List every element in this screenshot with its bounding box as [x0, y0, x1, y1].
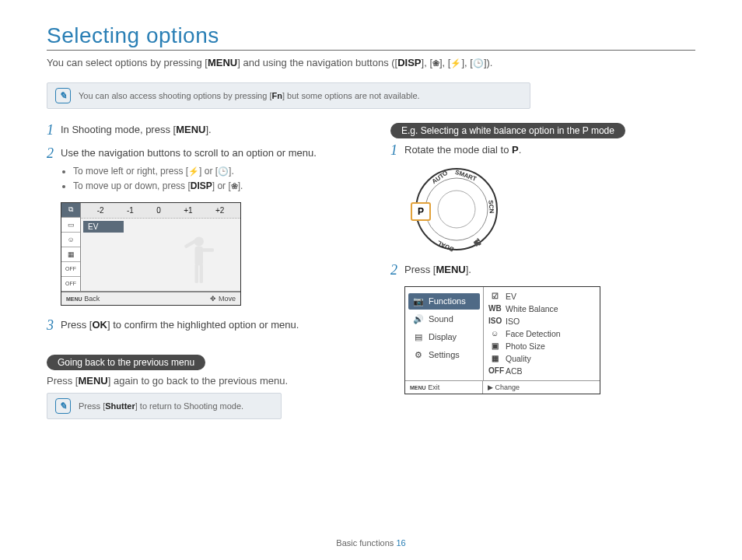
tip-shutter: ✎ Press [Shutter] to return to Shooting …	[47, 393, 282, 419]
menu-item-settings: ⚙Settings	[408, 347, 480, 363]
option-quality: ▦Quality	[484, 352, 600, 365]
rs1-post: .	[519, 144, 522, 156]
s2a-mid: ] or [	[199, 166, 218, 177]
footer-page: 16	[396, 538, 405, 548]
scale-p1: +1	[184, 206, 192, 215]
menu-item-sound: 🔊Sound	[408, 311, 480, 327]
rs1-pre: Rotate the mode dial to	[404, 144, 512, 156]
s2b-mid: ] or [	[212, 180, 231, 191]
s2-text: Use the navigation buttons to scroll to …	[61, 147, 317, 159]
menu-exit-glyph: MENU	[410, 385, 426, 390]
lcd-side-3: ☺	[61, 233, 80, 247]
going-pre: Press [	[47, 375, 78, 387]
rs2-menu: MENU	[436, 264, 465, 275]
menu-screen: 📷Functions🔊Sound▤Display⚙Settings ☑EVWBW…	[404, 286, 600, 394]
lcd-menu-glyph: MENU	[66, 296, 82, 302]
step-num-2: 2	[47, 146, 61, 194]
step-num-1: 1	[47, 123, 61, 138]
right-column: E.g. Selecting a white balance option in…	[390, 123, 695, 419]
intro-sep3: ], [	[461, 57, 472, 68]
move-icon: ✥	[210, 295, 216, 303]
camera-lcd: ⧉ ▭ ☺ ▦ OFF OFF -2 -1 0 +1 +2 EV	[61, 202, 241, 306]
tip1-post: ] but some options are not available.	[282, 91, 420, 100]
lcd-back: Back	[84, 295, 100, 303]
sub-ud: To move up or down, press [DISP] or [❀].	[73, 180, 352, 193]
option-icon: OFF	[488, 366, 501, 375]
sound-icon: 🔊	[413, 314, 424, 324]
going-menu: MENU	[78, 375, 107, 387]
flash-icon-small: ⚡	[188, 166, 199, 177]
s3-post: ] to confirm the highlighted option or m…	[107, 319, 299, 331]
intro-post: ]).	[484, 57, 493, 68]
s3-pre: Press [	[61, 319, 92, 331]
s3-ok: OK	[92, 319, 107, 331]
svg-rect-3	[201, 248, 214, 251]
s1-pre: In Shooting mode, press [	[61, 124, 176, 135]
mode-dial: AUTO SMART SCN 🎥 DUAL P	[414, 166, 499, 252]
option-label: ACB	[506, 366, 523, 376]
intro-mid: ] and using the navigation buttons ([	[237, 57, 397, 68]
macro-icon-small: ❀	[231, 180, 238, 192]
disp-glyph: DISP	[397, 57, 421, 68]
s2b-post: ].	[238, 180, 243, 191]
mode-p-highlight: P	[411, 202, 431, 221]
intro-sep1: ], [	[422, 57, 432, 68]
lcd-main: -2 -1 0 +1 +2 EV	[81, 203, 240, 291]
intro-sep2: ], [	[439, 57, 450, 68]
going-post: ] again to go back to the previous menu.	[108, 375, 288, 387]
s2a-post: ].	[229, 166, 234, 177]
flash-icon: ⚡	[450, 58, 461, 68]
settings-icon: ⚙	[413, 350, 424, 360]
intro-text: You can select options by pressing [MENU…	[47, 57, 695, 68]
option-label: Quality	[506, 354, 531, 363]
info-icon-2: ✎	[55, 398, 71, 414]
r-step-1: 1 Rotate the mode dial to P.	[390, 143, 695, 159]
s2b-disp: DISP	[191, 180, 212, 191]
lcd-sidebar: ⧉ ▭ ☺ ▦ OFF OFF	[61, 203, 81, 291]
lcd-side-6: OFF	[61, 277, 80, 291]
page-footer: Basic functions 16	[0, 538, 742, 548]
footer-section: Basic functions	[336, 538, 394, 548]
going-back-heading: Going back to the previous menu	[47, 355, 205, 370]
option-label: EV	[506, 292, 516, 301]
page-title: Selecting options	[47, 23, 695, 48]
menu-change-glyph: ▶	[488, 383, 493, 391]
intro-pre: You can select options by pressing [	[47, 57, 208, 68]
tip-fn: ✎ You can also access shooting options b…	[47, 82, 530, 109]
option-ev: ☑EV	[484, 290, 600, 303]
macro-icon: ❀	[432, 58, 439, 68]
ev-label: EV	[83, 221, 124, 233]
info-icon: ✎	[55, 88, 71, 103]
option-label: White Balance	[506, 304, 558, 313]
lcd-side-2: ▭	[61, 218, 80, 233]
option-acb: OFFACB	[484, 365, 600, 377]
menu-item-label: Functions	[429, 296, 466, 306]
menu-right-pane: ☑EVWBWhite BalanceISOISO☺Face Detection▣…	[484, 287, 600, 380]
menu-item-label: Settings	[429, 350, 460, 359]
s2a-pre: To move left or right, press [	[73, 166, 188, 177]
step-2-sub: To move left or right, press [⚡] or [🕒].…	[61, 165, 352, 193]
option-icon: ▣	[488, 341, 501, 350]
option-label: ISO	[506, 317, 520, 326]
tip2-shutter: Shutter	[105, 401, 135, 411]
step-num-3: 3	[47, 318, 61, 334]
lcd-side-4: ▦	[61, 247, 80, 262]
menu-change: Change	[495, 383, 520, 391]
scale-m2: -2	[97, 206, 104, 215]
step-1: 1 In Shooting mode, press [MENU].	[47, 123, 352, 138]
fn-glyph: Fn	[271, 91, 282, 100]
timer-icon: 🕒	[473, 58, 484, 68]
silhouette-icon	[174, 233, 221, 288]
lcd-footer: MENU Back ✥ Move	[61, 292, 240, 305]
timer-icon-small: 🕒	[218, 166, 229, 177]
step-3: 3 Press [OK] to confirm the highlighted …	[47, 318, 352, 334]
option-icon: ☺	[488, 329, 501, 338]
svg-text:SCN: SCN	[487, 200, 495, 214]
display-icon: ▤	[413, 332, 424, 342]
tip1-pre: You can also access shooting options by …	[79, 91, 271, 100]
scale-0: 0	[156, 206, 161, 215]
menu-glyph: MENU	[208, 57, 237, 68]
example-heading: E.g. Selecting a white balance option in…	[390, 123, 625, 138]
option-icon: ISO	[488, 317, 501, 325]
s2b-pre: To move up or down, press [	[73, 180, 191, 191]
